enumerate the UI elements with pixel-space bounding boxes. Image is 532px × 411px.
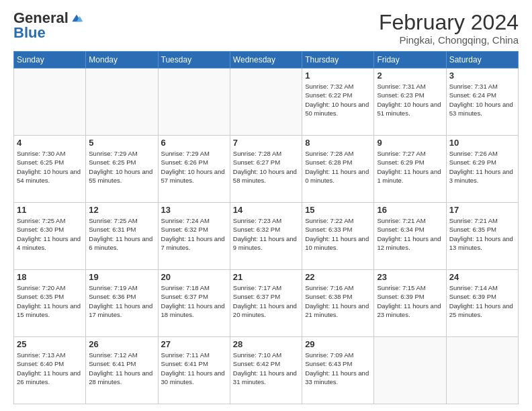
calendar-cell: 1Sunrise: 7:32 AM Sunset: 6:22 PM Daylig… [302, 68, 374, 136]
calendar-cell: 7Sunrise: 7:28 AM Sunset: 6:27 PM Daylig… [230, 136, 302, 203]
day-info: Sunrise: 7:31 AM Sunset: 6:23 PM Dayligh… [377, 82, 443, 118]
day-number: 21 [233, 272, 299, 282]
day-info: Sunrise: 7:12 AM Sunset: 6:41 PM Dayligh… [89, 351, 154, 386]
calendar-cell: 18Sunrise: 7:20 AM Sunset: 6:35 PM Dayli… [14, 270, 86, 337]
page: General Blue February 2024 Pingkai, Chon… [0, 0, 532, 411]
day-number: 9 [377, 138, 443, 148]
calendar-cell: 20Sunrise: 7:18 AM Sunset: 6:37 PM Dayli… [158, 270, 230, 337]
day-number: 4 [17, 138, 83, 148]
day-number: 3 [449, 71, 515, 81]
day-number: 16 [377, 205, 443, 215]
calendar-cell: 16Sunrise: 7:21 AM Sunset: 6:34 PM Dayli… [374, 203, 446, 270]
calendar: SundayMondayTuesdayWednesdayThursdayFrid… [13, 51, 519, 404]
day-number: 18 [17, 272, 83, 282]
day-number: 17 [449, 205, 515, 215]
calendar-cell [446, 337, 518, 404]
calendar-cell: 28Sunrise: 7:10 AM Sunset: 6:42 PM Dayli… [230, 337, 302, 404]
day-number: 2 [377, 71, 443, 81]
day-number: 10 [449, 138, 515, 148]
logo-blue: Blue [13, 24, 46, 41]
day-number: 29 [305, 339, 371, 349]
subtitle: Pingkai, Chongqing, China [379, 34, 519, 46]
day-info: Sunrise: 7:20 AM Sunset: 6:35 PM Dayligh… [17, 283, 83, 319]
day-info: Sunrise: 7:22 AM Sunset: 6:33 PM Dayligh… [305, 216, 371, 252]
day-info: Sunrise: 7:25 AM Sunset: 6:31 PM Dayligh… [89, 216, 154, 252]
day-info: Sunrise: 7:27 AM Sunset: 6:29 PM Dayligh… [377, 149, 443, 185]
day-info: Sunrise: 7:24 AM Sunset: 6:32 PM Dayligh… [161, 216, 227, 252]
day-info: Sunrise: 7:23 AM Sunset: 6:32 PM Dayligh… [233, 216, 299, 252]
day-number: 5 [89, 138, 154, 148]
calendar-cell: 10Sunrise: 7:26 AM Sunset: 6:29 PM Dayli… [446, 136, 518, 203]
calendar-cell: 8Sunrise: 7:28 AM Sunset: 6:28 PM Daylig… [302, 136, 374, 203]
calendar-cell [230, 68, 302, 136]
day-number: 14 [233, 205, 299, 215]
day-number: 8 [305, 138, 371, 148]
logo-general: General [13, 11, 69, 26]
weekday-header: Thursday [302, 52, 374, 68]
calendar-cell: 21Sunrise: 7:17 AM Sunset: 6:37 PM Dayli… [230, 270, 302, 337]
day-info: Sunrise: 7:21 AM Sunset: 6:35 PM Dayligh… [449, 216, 515, 252]
calendar-cell: 29Sunrise: 7:09 AM Sunset: 6:43 PM Dayli… [302, 337, 374, 404]
day-info: Sunrise: 7:16 AM Sunset: 6:38 PM Dayligh… [305, 283, 371, 319]
main-title: February 2024 [379, 11, 519, 34]
day-number: 23 [377, 272, 443, 282]
calendar-week-row: 11Sunrise: 7:25 AM Sunset: 6:30 PM Dayli… [14, 203, 519, 270]
day-number: 1 [305, 71, 371, 81]
day-number: 7 [233, 138, 299, 148]
calendar-cell: 4Sunrise: 7:30 AM Sunset: 6:25 PM Daylig… [14, 136, 86, 203]
day-number: 26 [89, 339, 154, 349]
day-info: Sunrise: 7:11 AM Sunset: 6:41 PM Dayligh… [161, 351, 227, 386]
calendar-cell: 14Sunrise: 7:23 AM Sunset: 6:32 PM Dayli… [230, 203, 302, 270]
calendar-week-row: 1Sunrise: 7:32 AM Sunset: 6:22 PM Daylig… [14, 68, 519, 136]
calendar-cell: 3Sunrise: 7:31 AM Sunset: 6:24 PM Daylig… [446, 68, 518, 136]
day-number: 25 [17, 339, 83, 349]
day-info: Sunrise: 7:17 AM Sunset: 6:37 PM Dayligh… [233, 283, 299, 319]
day-number: 15 [305, 205, 371, 215]
calendar-cell: 27Sunrise: 7:11 AM Sunset: 6:41 PM Dayli… [158, 337, 230, 404]
day-info: Sunrise: 7:09 AM Sunset: 6:43 PM Dayligh… [305, 351, 371, 386]
weekday-header: Monday [86, 52, 158, 68]
calendar-cell: 23Sunrise: 7:15 AM Sunset: 6:39 PM Dayli… [374, 270, 446, 337]
day-number: 13 [161, 205, 227, 215]
day-info: Sunrise: 7:15 AM Sunset: 6:39 PM Dayligh… [377, 283, 443, 319]
day-info: Sunrise: 7:26 AM Sunset: 6:29 PM Dayligh… [449, 149, 515, 185]
logo: General Blue [13, 11, 83, 40]
calendar-week-row: 18Sunrise: 7:20 AM Sunset: 6:35 PM Dayli… [14, 270, 519, 337]
day-info: Sunrise: 7:28 AM Sunset: 6:27 PM Dayligh… [233, 149, 299, 185]
calendar-cell: 12Sunrise: 7:25 AM Sunset: 6:31 PM Dayli… [86, 203, 158, 270]
calendar-cell: 22Sunrise: 7:16 AM Sunset: 6:38 PM Dayli… [302, 270, 374, 337]
calendar-cell: 2Sunrise: 7:31 AM Sunset: 6:23 PM Daylig… [374, 68, 446, 136]
weekday-header: Wednesday [230, 52, 302, 68]
logo-icon [70, 11, 83, 25]
day-number: 28 [233, 339, 299, 349]
calendar-cell: 17Sunrise: 7:21 AM Sunset: 6:35 PM Dayli… [446, 203, 518, 270]
calendar-cell: 26Sunrise: 7:12 AM Sunset: 6:41 PM Dayli… [86, 337, 158, 404]
day-info: Sunrise: 7:21 AM Sunset: 6:34 PM Dayligh… [377, 216, 443, 252]
calendar-cell [158, 68, 230, 136]
day-number: 11 [17, 205, 83, 215]
weekday-header: Friday [374, 52, 446, 68]
calendar-cell: 6Sunrise: 7:29 AM Sunset: 6:26 PM Daylig… [158, 136, 230, 203]
day-info: Sunrise: 7:25 AM Sunset: 6:30 PM Dayligh… [17, 216, 83, 252]
calendar-week-row: 4Sunrise: 7:30 AM Sunset: 6:25 PM Daylig… [14, 136, 519, 203]
day-info: Sunrise: 7:10 AM Sunset: 6:42 PM Dayligh… [233, 351, 299, 386]
calendar-cell: 25Sunrise: 7:13 AM Sunset: 6:40 PM Dayli… [14, 337, 86, 404]
weekday-header: Tuesday [158, 52, 230, 68]
day-number: 12 [89, 205, 154, 215]
day-info: Sunrise: 7:29 AM Sunset: 6:26 PM Dayligh… [161, 149, 227, 185]
calendar-cell [374, 337, 446, 404]
day-number: 24 [449, 272, 515, 282]
title-area: February 2024 Pingkai, Chongqing, China [379, 11, 519, 46]
calendar-week-row: 25Sunrise: 7:13 AM Sunset: 6:40 PM Dayli… [14, 337, 519, 404]
day-info: Sunrise: 7:28 AM Sunset: 6:28 PM Dayligh… [305, 149, 371, 185]
day-number: 22 [305, 272, 371, 282]
calendar-cell: 24Sunrise: 7:14 AM Sunset: 6:39 PM Dayli… [446, 270, 518, 337]
day-info: Sunrise: 7:30 AM Sunset: 6:25 PM Dayligh… [17, 149, 83, 185]
calendar-cell: 15Sunrise: 7:22 AM Sunset: 6:33 PM Dayli… [302, 203, 374, 270]
day-number: 19 [89, 272, 154, 282]
day-info: Sunrise: 7:29 AM Sunset: 6:25 PM Dayligh… [89, 149, 154, 185]
day-number: 20 [161, 272, 227, 282]
weekday-header: Saturday [446, 52, 518, 68]
weekday-header: Sunday [14, 52, 86, 68]
day-number: 6 [161, 138, 227, 148]
